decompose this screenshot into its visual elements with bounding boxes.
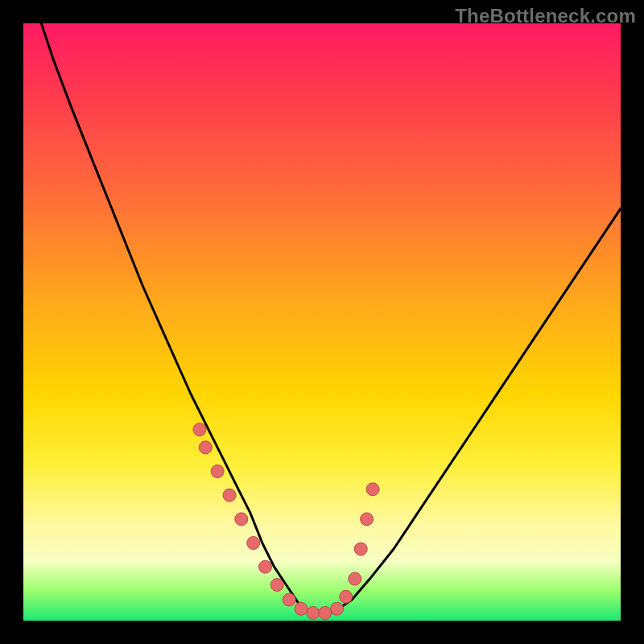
curve-marker: [307, 606, 320, 619]
curve-marker: [235, 513, 248, 526]
curve-marker: [366, 483, 379, 496]
curve-marker: [349, 572, 361, 585]
curve-marker: [199, 441, 212, 454]
curve-marker: [319, 606, 332, 619]
curve-marker: [247, 537, 260, 550]
chart-svg: [23, 23, 621, 621]
curve-marker: [223, 489, 236, 502]
curve-marker: [354, 543, 367, 555]
curve-marker: [270, 579, 283, 592]
curve-marker: [283, 593, 295, 606]
plot-area: [23, 23, 621, 621]
curve-marker: [331, 602, 344, 615]
bottleneck-curve: [41, 23, 621, 615]
curve-marker: [193, 423, 206, 436]
chart-stage: TheBottleneck.com: [0, 0, 644, 644]
curve-marker: [211, 465, 224, 478]
curve-marker: [295, 602, 308, 615]
curve-marker: [259, 560, 272, 573]
curve-marker: [340, 590, 353, 603]
curve-marker: [361, 513, 374, 526]
